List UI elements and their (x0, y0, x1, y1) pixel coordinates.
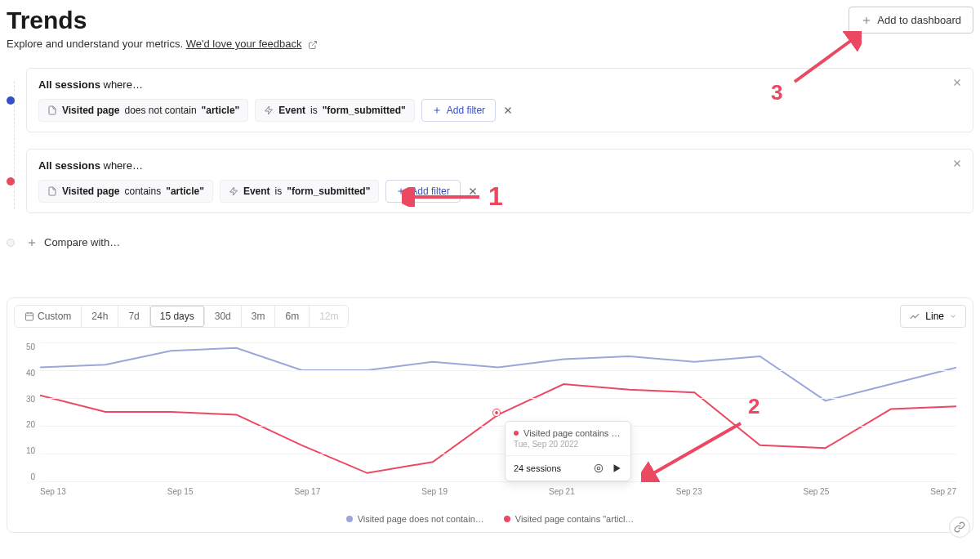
event-icon (264, 105, 274, 115)
plot-area[interactable]: Visited page contains "articl… Tue, Sep … (40, 342, 956, 481)
chevron-down-icon (949, 312, 957, 320)
close-icon[interactable] (951, 158, 963, 169)
range-24h[interactable]: 24h (82, 306, 118, 327)
chart-legend: Visited page does not contain…Visited pa… (7, 514, 973, 532)
link-icon (954, 521, 965, 533)
range-3m[interactable]: 3m (242, 306, 276, 327)
share-link-button[interactable] (949, 517, 970, 538)
page-subtitle: Explore and understand your metrics. We'… (7, 38, 318, 50)
svg-marker-29 (614, 465, 621, 472)
feedback-link[interactable]: We'd love your feedback (186, 38, 302, 50)
time-range-group: Custom24h7d15 days30d3m6m12m (14, 305, 349, 328)
filter-chip[interactable]: Visited pagecontains"article" (38, 180, 213, 203)
series-heading: All sessions where… (38, 159, 961, 172)
compare-row: Compare with… (7, 230, 973, 255)
y-axis: 50403020100 (12, 342, 35, 481)
chart-area[interactable]: 50403020100 Visited page contains "artic… (7, 334, 973, 514)
plus-icon (432, 105, 442, 115)
line-chart-icon (909, 311, 920, 322)
compare-with-button[interactable]: Compare with… (26, 236, 973, 248)
range-30d[interactable]: 30d (205, 306, 242, 327)
plus-icon (396, 186, 406, 196)
chart-tooltip: Visited page contains "articl… Tue, Sep … (505, 421, 631, 481)
tooltip-count: 24 sessions (514, 463, 561, 473)
filter-chip[interactable]: Visited pagedoes not contain"article" (38, 99, 248, 122)
filter-chip[interactable]: Eventis"form_submitted" (220, 180, 379, 203)
chart-card: Custom24h7d15 days30d3m6m12m Line 504030… (7, 297, 973, 533)
series-row: All sessions where… Visited pagedoes not… (7, 68, 973, 132)
external-link-icon (308, 40, 318, 50)
series-row: All sessions where… Visited pagecontains… (7, 149, 973, 213)
add-filter-button[interactable]: Add filter (421, 99, 496, 122)
series-card: All sessions where… Visited pagecontains… (26, 149, 973, 213)
series-heading: All sessions where… (38, 78, 961, 91)
svg-point-27 (595, 465, 602, 472)
plus-icon (26, 237, 38, 248)
series-card: All sessions where… Visited pagedoes not… (26, 68, 973, 132)
close-icon[interactable] (951, 77, 963, 88)
legend-item[interactable]: Visited page contains "articl… (504, 514, 635, 524)
svg-marker-5 (265, 106, 273, 114)
page-title: Trends (7, 7, 318, 34)
event-icon (229, 186, 238, 196)
series-color-dot (7, 239, 15, 247)
svg-marker-12 (229, 187, 237, 195)
series-color-dot (7, 177, 15, 186)
range-15-days[interactable]: 15 days (150, 306, 205, 327)
range-custom[interactable]: Custom (15, 306, 82, 327)
plus-icon (861, 15, 872, 26)
clear-filters-icon[interactable] (502, 105, 514, 116)
svg-point-28 (597, 467, 600, 471)
page-icon (47, 186, 57, 196)
series-color-dot (7, 96, 15, 105)
range-6m[interactable]: 6m (275, 306, 310, 327)
play-icon[interactable] (611, 463, 622, 474)
page-icon (47, 105, 57, 115)
target-icon[interactable] (593, 463, 604, 474)
range-7d[interactable]: 7d (118, 306, 149, 327)
chart-type-select[interactable]: Line (900, 305, 966, 328)
svg-line-0 (312, 41, 317, 46)
clear-filters-icon[interactable] (467, 186, 479, 197)
add-filter-button[interactable]: Add filter (385, 180, 460, 203)
svg-rect-23 (26, 313, 33, 320)
filter-chip[interactable]: Eventis"form_submitted" (255, 99, 414, 122)
legend-item[interactable]: Visited page does not contain… (346, 514, 484, 524)
x-axis: Sep 13Sep 15Sep 17Sep 19Sep 21Sep 23Sep … (40, 487, 956, 496)
add-to-dashboard-button[interactable]: Add to dashboard (849, 7, 973, 34)
range-12m[interactable]: 12m (310, 306, 348, 327)
